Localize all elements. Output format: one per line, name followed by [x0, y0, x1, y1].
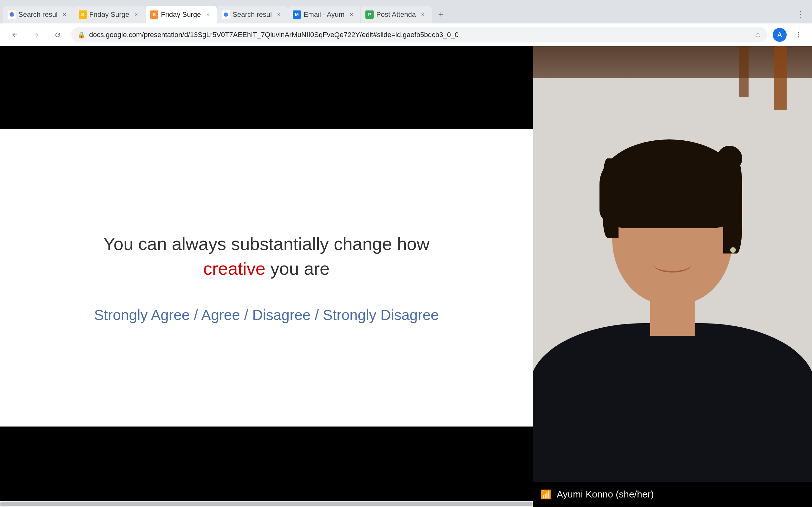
tab-friday-surge-2[interactable]: S Friday Surge × [146, 6, 217, 23]
video-panel: 📶 Ayumi Konno (she/her) [533, 46, 812, 507]
address-bar: 🔒 docs.google.com/presentation/d/13SgLr5… [0, 23, 812, 46]
tab-email[interactable]: M Email - Ayum × [288, 6, 360, 23]
black-bar-top [0, 46, 533, 129]
scroll-track[interactable] [0, 501, 533, 507]
tab-close-search-1[interactable]: × [60, 10, 69, 19]
new-tab-button[interactable]: + [432, 6, 450, 23]
room-shelf [533, 46, 812, 78]
shelf-item-2 [739, 46, 749, 97]
tab-label-search-2: Search resul [233, 10, 272, 19]
url-bar[interactable]: 🔒 docs.google.com/presentation/d/13SgLr5… [71, 27, 768, 43]
back-button[interactable] [6, 26, 23, 43]
tab-close-slides-1[interactable]: × [132, 10, 141, 19]
tab-search-results-1[interactable]: Search resul × [3, 6, 73, 23]
chrome-window: Search resul × S Friday Surge × S Friday… [0, 0, 812, 507]
tab-close-slides-2[interactable]: × [203, 10, 212, 19]
tab-label-slides-2: Friday Surge [161, 10, 201, 19]
tab-label-slides-1: Friday Surge [90, 10, 130, 19]
slide-text-before: You can always substantially change how [103, 234, 429, 254]
tab-bar: Search resul × S Friday Surge × S Friday… [0, 0, 812, 23]
participant-name: Ayumi Konno (she/her) [557, 489, 654, 500]
tab-close-attend[interactable]: × [418, 10, 427, 19]
tab-favicon-attend: P [365, 10, 374, 19]
person-body [533, 323, 812, 482]
lock-icon: 🔒 [78, 31, 85, 39]
tab-favicon-email: M [293, 10, 301, 19]
tab-favicon-slides-1: S [79, 10, 87, 19]
name-bar: 📶 Ayumi Konno (she/her) [533, 482, 812, 507]
url-text: docs.google.com/presentation/d/13SgLr5V0… [89, 31, 751, 39]
tab-label-search-1: Search resul [18, 10, 58, 19]
tab-label-attend: Post Attenda [376, 10, 416, 19]
tab-favicon-google-2 [222, 10, 230, 19]
webcam-background [533, 46, 812, 482]
person-mouth [653, 257, 692, 273]
tab-close-search-2[interactable]: × [274, 10, 283, 19]
chrome-menu-icon[interactable]: ⋮ [792, 6, 809, 23]
tab-favicon-slides-2: S [150, 10, 158, 19]
slide-wrapper: You can always substantially change how … [0, 129, 533, 427]
tab-favicon-google-1 [8, 10, 16, 19]
svg-point-1 [224, 12, 228, 16]
forward-button[interactable] [28, 26, 44, 43]
svg-point-3 [798, 34, 799, 36]
svg-point-4 [798, 36, 799, 38]
content-area: You can always substantially change how … [0, 46, 812, 507]
slide-main-text: You can always substantially change how … [94, 232, 439, 281]
person-head [612, 158, 733, 304]
person-earring [730, 247, 736, 253]
person-hair-bun [717, 146, 742, 171]
signal-bars-icon: 📶 [541, 489, 552, 500]
slide-creative-word: creative [203, 259, 265, 279]
tab-close-email[interactable]: × [347, 10, 356, 19]
shelf-item-1 [774, 46, 786, 110]
tab-label-email: Email - Ayum [304, 10, 345, 19]
slide-options-text: Strongly Agree / Agree / Disagree / Stro… [94, 306, 439, 324]
slide-content: You can always substantially change how … [82, 219, 452, 337]
scroll-thumb[interactable] [0, 502, 533, 506]
presentation-container: You can always substantially change how … [0, 46, 533, 507]
tab-search-results-2[interactable]: Search resul × [217, 6, 288, 23]
svg-point-2 [798, 32, 799, 33]
bookmark-icon[interactable]: ☆ [755, 31, 761, 39]
tab-friday-surge-1[interactable]: S Friday Surge × [74, 6, 145, 23]
black-bar-bottom [0, 427, 533, 501]
chrome-options-button[interactable] [792, 28, 806, 42]
refresh-button[interactable] [49, 26, 66, 43]
video-container [533, 46, 812, 482]
tab-attendance[interactable]: P Post Attenda × [361, 6, 432, 23]
profile-button[interactable]: A [773, 28, 786, 42]
slide-text-after: you are [265, 259, 329, 279]
